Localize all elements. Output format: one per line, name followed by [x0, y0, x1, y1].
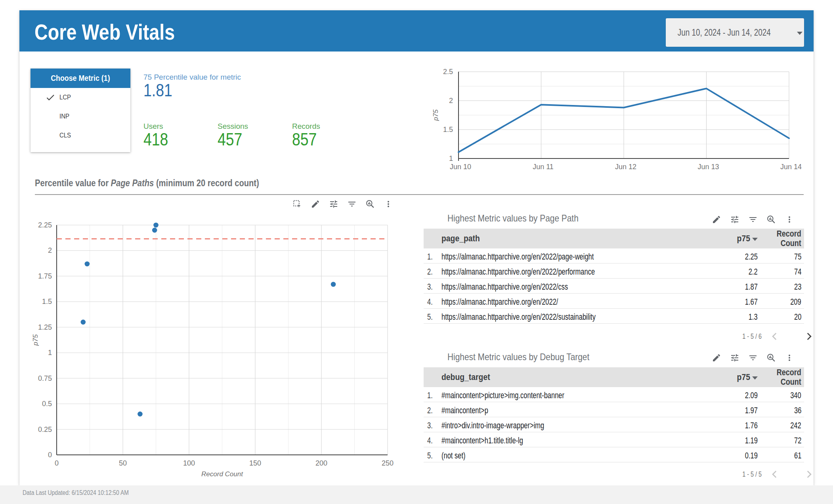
- pagination-next-button[interactable]: [804, 331, 814, 342]
- cell-text: 4.: [427, 435, 433, 446]
- row-key: https://almanac.httparchive.org/en/2022/: [441, 297, 707, 307]
- table-page-path-pagination: 1 - 5 / 6: [424, 328, 814, 344]
- cell-text: 72: [794, 435, 801, 446]
- more-vert-icon[interactable]: [785, 353, 794, 363]
- tick-label: 1.25: [38, 323, 52, 331]
- dashboard-page: Core Web Vitals Jun 10, 2024 - Jun 14, 2…: [0, 0, 833, 504]
- scatter-chart-p75-by-record-count: 00.250.50.7511.251.51.7522.2505010015020…: [31, 191, 416, 480]
- row-record-count: 72: [758, 435, 801, 446]
- table-row: 3.#intro>div.intro-image-wrapper>img1.76…: [424, 417, 804, 432]
- row-record-count: 36: [758, 405, 801, 416]
- tick-label: Jun 10: [450, 163, 471, 171]
- cell-text: 1.: [427, 252, 433, 262]
- tick-label: 1: [48, 349, 52, 357]
- table-row: 1.#maincontent>picture>img.content-banne…: [424, 387, 804, 402]
- table-row: 2.https://almanac.httparchive.org/en/202…: [424, 263, 804, 279]
- tick-label: 0.25: [38, 426, 52, 433]
- column-header-text: p75: [737, 233, 750, 244]
- tick-label: 1.5: [42, 298, 52, 305]
- metric-option-lcp[interactable]: LCP: [31, 88, 130, 107]
- row-index: 5.: [424, 312, 441, 322]
- scorecard-percentile: 75 Percentile value for metric 1.81: [143, 72, 241, 99]
- table-debug-target-toolbar: [712, 353, 794, 363]
- row-index: 1.: [424, 252, 441, 262]
- cell-text: 61: [794, 451, 801, 461]
- column-header-p75[interactable]: p75: [735, 372, 758, 382]
- row-key: #intro>div.intro-image-wrapper>img: [441, 420, 707, 431]
- tune-icon[interactable]: [730, 215, 739, 224]
- table-debug-target-title: Highest Metric values by Debug Target: [447, 351, 589, 363]
- edit-icon[interactable]: [712, 215, 721, 224]
- cell-text: 23: [794, 282, 801, 292]
- y-axis-title: p75: [32, 334, 39, 346]
- column-header-record-count[interactable]: RecordCount: [758, 368, 801, 387]
- tick-label: Jun 11: [533, 163, 554, 171]
- x-axis-title: Record Count: [201, 470, 243, 478]
- row-record-count: 242: [758, 420, 801, 431]
- tick-label: 1: [449, 155, 453, 162]
- date-range-picker[interactable]: Jun 10, 2024 - Jun 14, 2024: [666, 18, 804, 47]
- page-title: Core Web Vitals: [34, 11, 175, 53]
- filter-icon[interactable]: [748, 353, 758, 363]
- column-header-record-count[interactable]: RecordCount: [758, 229, 801, 248]
- filter-icon[interactable]: [748, 215, 758, 224]
- cell-text: 1.3: [749, 312, 758, 322]
- tick-label: 0: [55, 459, 59, 467]
- cell-text: 75: [794, 252, 801, 262]
- tick-label: 150: [249, 459, 261, 467]
- row-index: 2.: [424, 405, 441, 416]
- tick-label: 1.75: [38, 272, 52, 280]
- row-index: 4.: [424, 435, 441, 446]
- row-record-count: 20: [758, 312, 801, 322]
- scatter-point[interactable]: [152, 228, 157, 233]
- scorecard-users: Users 418: [143, 121, 172, 149]
- cell-text: 1.76: [745, 420, 758, 431]
- scatter-point[interactable]: [331, 282, 336, 287]
- cell-text: 2.: [427, 267, 433, 277]
- column-header-page-path[interactable]: page_path: [441, 233, 707, 244]
- report-card: Core Web Vitals Jun 10, 2024 - Jun 14, 2…: [19, 10, 814, 485]
- metric-option-cls[interactable]: CLS: [31, 126, 130, 145]
- cell-text: #intro>div.intro-image-wrapper>img: [441, 420, 544, 431]
- more-vert-icon[interactable]: [785, 215, 794, 224]
- metric-option-inp[interactable]: INP: [31, 107, 130, 126]
- column-header-p75[interactable]: p75: [735, 233, 758, 244]
- tune-icon[interactable]: [730, 353, 739, 363]
- cell-text: 4.: [427, 297, 433, 307]
- row-key: (not set): [441, 451, 707, 461]
- scatter-point[interactable]: [153, 223, 159, 228]
- column-header-text: p75: [737, 372, 750, 382]
- scatter-point[interactable]: [85, 262, 90, 267]
- row-key: #maincontent>h1.title.title-lg: [441, 435, 707, 446]
- scatter-point[interactable]: [81, 320, 86, 325]
- table-page-path-header-row: page_path p75 RecordCount: [424, 229, 804, 248]
- table-page-path-title: Highest Metric values by Page Path: [447, 213, 579, 224]
- section-heading-suffix: (minimum 20 record count): [154, 178, 259, 188]
- row-key: https://almanac.httparchive.org/en/2022/…: [441, 267, 707, 277]
- table-row: 5.(not set)0.1961: [424, 447, 804, 462]
- row-index: 2.: [424, 267, 441, 277]
- row-index: 1.: [424, 390, 441, 401]
- row-index: 4.: [424, 297, 441, 307]
- scatter-point[interactable]: [138, 412, 143, 417]
- pagination-prev-button[interactable]: [770, 331, 780, 342]
- scorecard-sessions: Sessions 457: [218, 121, 248, 149]
- column-header-debug-target[interactable]: debug_target: [441, 372, 707, 382]
- tick-label: 100: [183, 459, 195, 467]
- explore-icon[interactable]: [766, 215, 776, 224]
- metric-selector: Choose Metric (1) LCPINPCLS: [31, 69, 130, 152]
- row-record-count: 340: [758, 390, 801, 401]
- cell-text: #maincontent>picture>img.content-banner: [441, 390, 564, 401]
- cell-text: #maincontent>p: [441, 405, 488, 416]
- explore-icon[interactable]: [766, 353, 776, 363]
- row-p75: 1.19: [707, 435, 758, 446]
- table-row: 4.https://almanac.httparchive.org/en/202…: [424, 294, 804, 309]
- tick-label: 2.5: [443, 68, 453, 76]
- edit-icon[interactable]: [712, 353, 721, 363]
- section-heading-text: Percentile value for Page Paths (minimum…: [35, 178, 259, 189]
- pagination-next-button[interactable]: [804, 469, 814, 479]
- table-row: 3.https://almanac.httparchive.org/en/202…: [424, 279, 804, 294]
- row-record-count: 23: [758, 282, 801, 292]
- row-p75: 1.76: [707, 420, 758, 431]
- pagination-prev-button[interactable]: [770, 469, 780, 479]
